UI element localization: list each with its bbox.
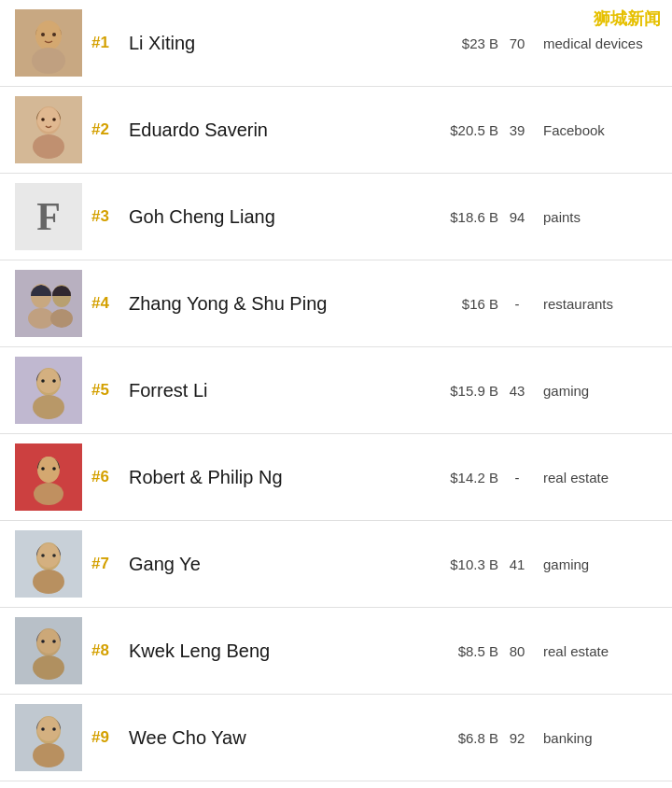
svg-point-31 <box>33 570 64 594</box>
avatar-container <box>15 9 82 77</box>
svg-point-45 <box>41 727 45 731</box>
avatar <box>15 443 82 511</box>
avatar: F <box>15 183 82 250</box>
rank-badge: #6 <box>82 468 123 486</box>
person-name: Forrest Li <box>123 380 424 401</box>
svg-point-20 <box>37 369 60 393</box>
wealth-value: $23 B <box>424 35 498 51</box>
svg-point-22 <box>52 379 56 383</box>
avatar-container <box>15 357 82 424</box>
person-name: Robert & Philip Ng <box>123 467 424 488</box>
age-value: 94 <box>498 209 536 225</box>
svg-point-34 <box>52 554 56 557</box>
svg-point-40 <box>52 640 56 643</box>
rank-badge: #3 <box>82 207 123 226</box>
industry-label: Facebook <box>536 122 657 138</box>
rank-badge: #7 <box>82 555 123 573</box>
svg-point-11 <box>52 118 56 121</box>
person-name: Eduardo Saverin <box>123 120 424 141</box>
age-value: 80 <box>498 643 536 659</box>
avatar-container <box>15 704 82 771</box>
list-item: #9 Wee Cho Yaw $6.8 B 92 banking <box>0 695 672 781</box>
avatar-container <box>15 270 82 337</box>
svg-point-33 <box>41 554 45 557</box>
svg-point-43 <box>33 743 64 767</box>
rank-badge: #2 <box>82 120 123 139</box>
svg-point-3 <box>36 21 61 48</box>
person-name: Kwek Leng Beng <box>123 640 424 662</box>
list-item: #10 Khoo family $6.5 B - Maybank <box>0 781 672 788</box>
list-item: #4 Zhang Yong & Shu Ping $16 B - restaur… <box>0 260 672 347</box>
industry-label: gaming <box>536 383 657 399</box>
list-item: #5 Forrest Li $15.9 B 43 gaming <box>0 347 672 434</box>
rank-badge: #1 <box>82 34 123 52</box>
svg-point-28 <box>52 467 56 471</box>
avatar <box>15 530 82 598</box>
industry-label: real estate <box>536 470 657 485</box>
svg-point-5 <box>52 33 56 36</box>
list-item: #2 Eduardo Saverin $20.5 B 39 Facebook <box>0 87 672 174</box>
person-name: Li Xiting <box>123 33 424 54</box>
avatar <box>15 617 82 684</box>
rank-badge: #9 <box>82 728 123 747</box>
svg-point-8 <box>33 134 64 159</box>
svg-point-32 <box>37 543 60 568</box>
industry-label: restaurants <box>536 296 657 312</box>
wealth-value: $14.2 B <box>424 470 498 485</box>
svg-point-2 <box>32 48 65 74</box>
list-item: F #3 Goh Cheng Liang $18.6 B 94 paints <box>0 174 672 260</box>
svg-point-27 <box>41 467 45 471</box>
svg-point-46 <box>52 727 56 731</box>
list-item: #1 Li Xiting $23 B 70 medical devices <box>0 0 672 87</box>
svg-point-16 <box>50 309 73 328</box>
svg-point-38 <box>37 629 60 654</box>
svg-point-25 <box>34 483 63 505</box>
svg-point-15 <box>28 308 54 329</box>
person-name: Zhang Yong & Shu Ping <box>123 293 424 315</box>
rank-badge: #8 <box>82 641 123 660</box>
svg-point-21 <box>41 379 45 383</box>
rank-badge: #4 <box>82 294 123 313</box>
industry-label: medical devices <box>536 35 657 51</box>
person-name: Wee Cho Yaw <box>123 727 424 749</box>
avatar <box>15 704 82 771</box>
wealth-value: $20.5 B <box>424 122 498 138</box>
avatar-container <box>15 443 82 511</box>
svg-point-10 <box>41 118 45 121</box>
age-value: 41 <box>498 556 536 572</box>
svg-point-44 <box>37 717 60 741</box>
industry-label: paints <box>536 209 657 225</box>
svg-point-39 <box>41 640 45 643</box>
avatar <box>15 270 82 337</box>
age-value: 92 <box>498 730 536 746</box>
svg-point-4 <box>41 33 45 36</box>
age-value: 70 <box>498 35 536 51</box>
age-value: - <box>498 296 536 312</box>
wealth-value: $18.6 B <box>424 209 498 225</box>
person-name: Goh Cheng Liang <box>123 206 424 228</box>
avatar-container <box>15 617 82 684</box>
industry-label: gaming <box>536 556 657 572</box>
person-name: Gang Ye <box>123 554 424 575</box>
avatar <box>15 96 82 163</box>
watermark-top: 狮城新闻 <box>594 7 661 30</box>
wealth-value: $6.8 B <box>424 730 498 746</box>
wealth-value: $10.3 B <box>424 556 498 572</box>
age-value: 43 <box>498 383 536 399</box>
wealth-value: $8.5 B <box>424 643 498 659</box>
avatar-container <box>15 530 82 598</box>
avatar <box>15 9 82 77</box>
list-container: #1 Li Xiting $23 B 70 medical devices #2… <box>0 0 672 788</box>
age-value: 39 <box>498 122 536 138</box>
list-item: #8 Kwek Leng Beng $8.5 B 80 real estate <box>0 608 672 695</box>
list-item: #6 Robert & Philip Ng $14.2 B - real est… <box>0 434 672 521</box>
avatar-container <box>15 96 82 163</box>
svg-point-37 <box>33 655 64 680</box>
wealth-value: $16 B <box>424 296 498 312</box>
industry-label: banking <box>536 730 657 746</box>
wealth-value: $15.9 B <box>424 383 498 399</box>
rank-badge: #5 <box>82 381 123 400</box>
svg-point-19 <box>33 395 64 419</box>
avatar <box>15 357 82 424</box>
industry-label: real estate <box>536 643 657 659</box>
